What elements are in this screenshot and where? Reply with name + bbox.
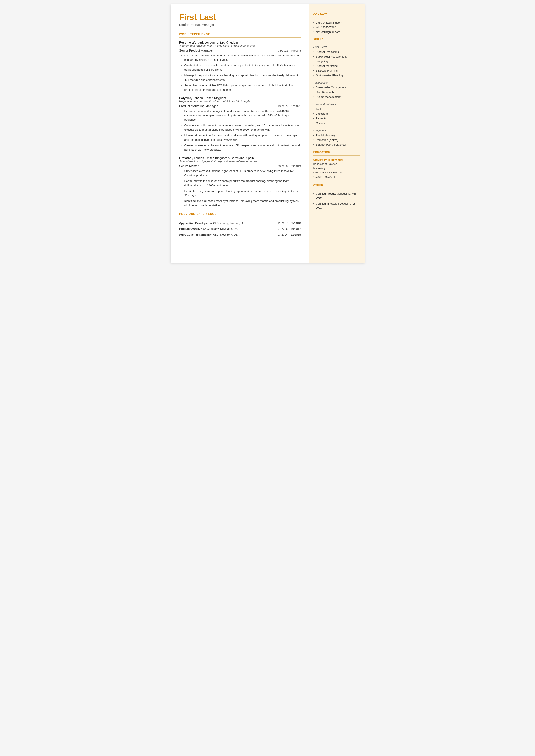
left-column: First Last Senior Product Manager WORK E…: [171, 4, 309, 263]
bullet-1-3: Managed the product roadmap, backlog, an…: [182, 73, 301, 82]
tools-label: Tools and Software:: [313, 103, 360, 106]
job-bullets-3: Supervised a cross-functional Agile team…: [179, 169, 301, 208]
other-divider: [313, 188, 360, 189]
skills-heading: SKILLS: [313, 38, 360, 41]
language-1: English (Native): [313, 133, 360, 138]
edu-degree: Bachelor of Science: [313, 162, 360, 166]
edu-field: Marketing: [313, 166, 360, 170]
previous-experience-heading: PREVIOUS EXPERIENCE: [179, 212, 301, 215]
prev-exp-role-2: Product Owner, XYZ Company, New York, US…: [179, 226, 258, 232]
tool-1: Trello: [313, 107, 360, 112]
tool-2: Basecamp: [313, 112, 360, 116]
hard-skill-2: Stakeholder Management: [313, 54, 360, 59]
hard-skill-3: Budgeting: [313, 59, 360, 64]
prev-exp-row-2: Product Owner, XYZ Company, New York, US…: [179, 226, 301, 232]
prev-exp-role-3: Agile Coach (Internship), ABC, New York,…: [179, 232, 258, 238]
hard-skill-5: Strategic Planning: [313, 68, 360, 73]
technique-3: Project Management: [313, 95, 360, 99]
languages-list: English (Native) Romanian (Native) Spani…: [313, 133, 360, 147]
hard-skills-list: Product Positioning Stakeholder Manageme…: [313, 49, 360, 78]
technique-2: User Research: [313, 90, 360, 95]
edu-dates: 10/2011 - 06/2014: [313, 175, 360, 179]
prev-exp-row-3: Agile Coach (Internship), ABC, New York,…: [179, 232, 301, 238]
company-block-2: Polyhire, London, United Kingdom Helps p…: [179, 96, 301, 152]
tools-list: Trello Basecamp Evernote Mixpanel: [313, 107, 360, 126]
resume-container: First Last Senior Product Manager WORK E…: [171, 4, 365, 263]
job-title-2: Product Marketing Manager: [179, 104, 218, 108]
bullet-3-4: Identified and addressed team dysfunctio…: [182, 199, 301, 208]
other-list: Certified Product Manager (CPM) 2019 Cer…: [313, 191, 360, 210]
company-block-3: Growthsi, London, United Kingdom & Barce…: [179, 156, 301, 208]
language-3: Spanish (Conversational): [313, 143, 360, 147]
company-desc-3: Specializes in mortgages that help custo…: [179, 160, 301, 163]
company-name-1: Resume Worded, London, United Kingdom: [179, 41, 301, 44]
hard-skill-6: Go-to-market Planning: [313, 73, 360, 78]
prev-exp-dates-2: 01/2016 – 10/2017: [258, 226, 301, 232]
candidate-name: First Last: [179, 13, 301, 22]
right-column: CONTACT Bath, United Kingdom +44 1234567…: [309, 4, 365, 263]
bullet-2-1: Performed competitive analysis to unders…: [182, 109, 301, 122]
hard-skill-1: Product Positioning: [313, 49, 360, 54]
bullet-2-4: Created marketing collateral to educate …: [182, 143, 301, 152]
job-bullets-1: Led a cross-functional team to create an…: [179, 53, 301, 92]
prev-exp-dates-3: 07/2014 – 12/2015: [258, 232, 301, 238]
tool-4: Mixpanel: [313, 121, 360, 126]
bullet-3-2: Partnered with the product owner to prio…: [182, 179, 301, 187]
job-dates-2: 10/2019 – 07/2021: [277, 104, 301, 108]
techniques-label: Techniques:: [313, 81, 360, 84]
company-block-1: Resume Worded, London, United Kingdom A …: [179, 41, 301, 92]
job-bullets-2: Performed competitive analysis to unders…: [179, 109, 301, 152]
contact-item-1: Bath, United Kingdom: [313, 20, 360, 25]
bullet-2-2: Collaborated with product management, sa…: [182, 123, 301, 132]
work-experience-heading: WORK EXPERIENCE: [179, 33, 301, 36]
previous-experience-divider: [179, 217, 301, 217]
prev-exp-row-1: Application Developer, ABC Company, Lond…: [179, 220, 301, 226]
contact-heading: CONTACT: [313, 13, 360, 16]
technique-1: Stakeholder Management: [313, 85, 360, 90]
prev-exp-dates-1: 11/2017 – 05/2018: [258, 220, 301, 226]
bullet-1-4: Supervised a team of 30+ UX/UI designers…: [182, 83, 301, 92]
company-name-2: Polyhire, London, United Kingdom: [179, 96, 301, 100]
hard-skills-label: Hard Skills:: [313, 45, 360, 48]
education-block: University of New York Bachelor of Scien…: [313, 158, 360, 179]
bullet-2-3: Monitored product performance and conduc…: [182, 133, 301, 142]
company-desc-2: Helps personal and wealth clients build …: [179, 100, 301, 103]
bullet-3-1: Supervised a cross-functional Agile team…: [182, 169, 301, 178]
job-dates-3: 06/2018 – 09/2019: [277, 164, 301, 168]
other-heading: OTHER: [313, 184, 360, 187]
other-item-2: Certified Innovation Leader (CIL) 2021: [313, 201, 360, 210]
hard-skill-4: Product Marketing: [313, 64, 360, 69]
previous-experience-table: Application Developer, ABC Company, Lond…: [179, 220, 301, 237]
bullet-1-1: Led a cross-functional team to create an…: [182, 53, 301, 62]
candidate-title: Senior Product Manager: [179, 23, 301, 26]
contact-list: Bath, United Kingdom +44 1234567890 firs…: [313, 20, 360, 35]
job-header-1: Senior Product Manager 08/2021 – Present: [179, 49, 301, 52]
job-header-3: Scrum Master 06/2018 – 09/2019: [179, 164, 301, 168]
techniques-list: Stakeholder Management User Research Pro…: [313, 85, 360, 99]
tool-3: Evernote: [313, 116, 360, 121]
job-title-1: Senior Product Manager: [179, 49, 213, 52]
language-2: Romanian (Native): [313, 138, 360, 143]
edu-school: University of New York: [313, 158, 360, 161]
job-header-2: Product Marketing Manager 10/2019 – 07/2…: [179, 104, 301, 108]
other-item-1: Certified Product Manager (CPM) 2019: [313, 191, 360, 200]
bullet-3-3: Facilitated daily stand-up, sprint plann…: [182, 189, 301, 198]
prev-exp-role-1: Application Developer, ABC Company, Lond…: [179, 220, 258, 226]
education-heading: EDUCATION: [313, 151, 360, 154]
contact-item-2: +44 1234567890: [313, 25, 360, 30]
company-desc-1: A lender that provides home equity lines…: [179, 44, 301, 47]
job-dates-1: 08/2021 – Present: [278, 49, 301, 52]
job-title-3: Scrum Master: [179, 164, 199, 168]
languages-label: Languages:: [313, 129, 360, 132]
contact-item-3: first.last@gmail.com: [313, 30, 360, 35]
edu-location: New York City, New York: [313, 170, 360, 175]
company-name-3: Growthsi, London, United Kingdom & Barce…: [179, 156, 301, 160]
bullet-1-2: Conducted market analysis and developed …: [182, 63, 301, 72]
